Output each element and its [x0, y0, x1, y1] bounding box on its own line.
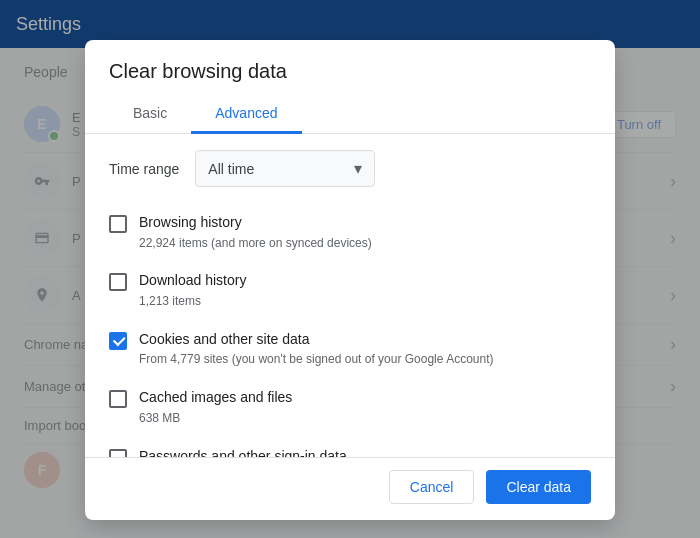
checkbox-item: Cached images and files 638 MB — [109, 378, 591, 436]
dialog-footer: Cancel Clear data — [85, 457, 615, 520]
time-range-label: Time range — [109, 161, 179, 177]
checkbox-item: Download history 1,213 items — [109, 261, 591, 319]
item-text-4: Passwords and other sign-in data 430 pas… — [139, 447, 347, 457]
dialog-overlay: Clear browsing data Basic Advanced Time … — [0, 0, 700, 538]
dialog-title: Clear browsing data — [85, 40, 615, 95]
tab-advanced[interactable]: Advanced — [191, 95, 301, 134]
item-desc-0: 22,924 items (and more on synced devices… — [139, 235, 372, 252]
item-label-4: Passwords and other sign-in data — [139, 447, 347, 457]
item-text-3: Cached images and files 638 MB — [139, 388, 292, 426]
time-range-value: All time — [208, 161, 254, 177]
item-label-3: Cached images and files — [139, 388, 292, 408]
checkbox-0[interactable] — [109, 215, 127, 233]
item-text-2: Cookies and other site data From 4,779 s… — [139, 330, 494, 368]
checkbox-item: Passwords and other sign-in data 430 pas… — [109, 437, 591, 457]
item-text-0: Browsing history 22,924 items (and more … — [139, 213, 372, 251]
cancel-button[interactable]: Cancel — [389, 470, 475, 504]
dropdown-arrow-icon: ▾ — [354, 159, 362, 178]
tab-basic[interactable]: Basic — [109, 95, 191, 134]
checkbox-item: Cookies and other site data From 4,779 s… — [109, 320, 591, 378]
item-label-2: Cookies and other site data — [139, 330, 494, 350]
clear-browsing-data-dialog: Clear browsing data Basic Advanced Time … — [85, 40, 615, 520]
item-desc-2: From 4,779 sites (you won't be signed ou… — [139, 351, 494, 368]
checkbox-1[interactable] — [109, 273, 127, 291]
dialog-tabs: Basic Advanced — [85, 95, 615, 134]
item-label-0: Browsing history — [139, 213, 372, 233]
dialog-body: Time range All time ▾ Browsing history 2… — [85, 134, 615, 457]
time-range-select[interactable]: All time ▾ — [195, 150, 375, 187]
checkbox-item: Browsing history 22,924 items (and more … — [109, 203, 591, 261]
item-label-1: Download history — [139, 271, 246, 291]
item-desc-1: 1,213 items — [139, 293, 246, 310]
checkbox-4[interactable] — [109, 449, 127, 457]
checkbox-2[interactable] — [109, 332, 127, 350]
clear-data-button[interactable]: Clear data — [486, 470, 591, 504]
checkbox-3[interactable] — [109, 390, 127, 408]
item-desc-3: 638 MB — [139, 410, 292, 427]
checkbox-list: Browsing history 22,924 items (and more … — [109, 203, 591, 457]
item-text-1: Download history 1,213 items — [139, 271, 246, 309]
time-range-row: Time range All time ▾ — [109, 150, 591, 187]
